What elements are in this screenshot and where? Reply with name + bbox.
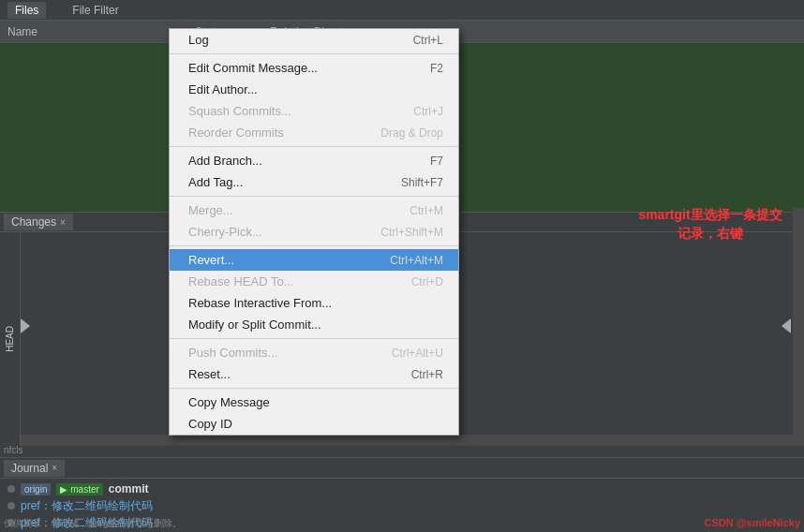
menu-item-push-commits-label: Push Commits... (188, 346, 277, 360)
menu-item-edit-commit-shortcut: F2 (430, 62, 443, 75)
menu-item-modify-split-label: Modify or Split Commit... (188, 318, 321, 332)
menu-item-cherry-pick-shortcut: Ctrl+Shift+M (380, 226, 443, 239)
menu-item-rebase-interactive-label: Rebase Interactive From... (188, 296, 332, 310)
menu-item-rebase-head[interactable]: Rebase HEAD To... Ctrl+D (170, 271, 458, 292)
menu-item-reorder[interactable]: Reorder Commits Drag & Drop (170, 122, 458, 143)
menu-item-edit-author-label: Edit Author... (188, 82, 258, 96)
menu-item-revert-label: Revert... (188, 253, 234, 267)
menu-item-cherry-pick-label: Cherry-Pick... (188, 225, 262, 239)
journal-entry-2[interactable]: pref：修改二维码绘制代码 (7, 497, 797, 514)
menu-item-revert-shortcut: Ctrl+Alt+M (390, 254, 443, 267)
watermark: 仅供展示，非存储，如有侵权请联系删除。 CSDN @smileNicky (0, 517, 804, 530)
head-section: HEAD (0, 232, 21, 446)
menu-item-modify-split[interactable]: Modify or Split Commit... (170, 314, 458, 335)
menu-item-merge[interactable]: Merge... Ctrl+M (170, 200, 458, 221)
menu-item-merge-shortcut: Ctrl+M (409, 204, 443, 217)
menu-item-cherry-pick[interactable]: Cherry-Pick... Ctrl+Shift+M (170, 221, 458, 243)
menu-item-log-label: Log (188, 33, 209, 47)
menu-item-add-tag[interactable]: Add Tag... Shift+F7 (170, 171, 458, 193)
file-filter-tab[interactable]: File Filter (65, 2, 126, 19)
menu-item-push-commits[interactable]: Push Commits... Ctrl+Alt+U (170, 342, 458, 363)
separator-6 (170, 388, 458, 389)
menu-item-squash[interactable]: Squash Commits... Ctrl+J (170, 100, 458, 122)
v-scrollbar[interactable] (793, 208, 804, 446)
separator-3 (170, 196, 458, 197)
changes-tab[interactable]: Changes × (4, 214, 73, 230)
menu-item-rebase-head-label: Rebase HEAD To... (188, 274, 293, 288)
watermark-right: CSDN @smileNicky (705, 517, 800, 530)
menu-item-log[interactable]: Log Ctrl+L (170, 29, 458, 51)
journal-tab-close[interactable]: × (52, 463, 57, 473)
menu-item-add-branch[interactable]: Add Branch... F7 (170, 150, 458, 171)
menu-item-copy-message-label: Copy Message (188, 395, 270, 409)
column-name: Name (7, 25, 195, 38)
menu-item-add-tag-shortcut: Shift+F7 (401, 176, 443, 189)
changes-tab-label: Changes (11, 215, 56, 229)
remote-tag-1: origin (21, 483, 51, 495)
journal-tab[interactable]: Journal × (4, 460, 65, 477)
menu-item-copy-id[interactable]: Copy ID (170, 413, 458, 435)
menu-item-reorder-shortcut: Drag & Drop (380, 126, 443, 140)
journal-entry-1[interactable]: origin ▶ master commit (7, 480, 797, 497)
journal-area: Journal × origin ▶ master commit pref：修改… (0, 457, 804, 532)
commit-msg-1: commit (109, 482, 149, 495)
menu-item-edit-author[interactable]: Edit Author... (170, 79, 458, 100)
changes-tab-close[interactable]: × (60, 217, 66, 228)
separator-5 (170, 338, 458, 339)
commit-dot-1 (7, 485, 15, 493)
menu-item-log-shortcut: Ctrl+L (413, 34, 443, 47)
menu-item-reset-label: Reset... (188, 367, 231, 381)
menu-item-reset[interactable]: Reset... Ctrl+R (170, 363, 458, 385)
context-menu: Log Ctrl+L Edit Commit Message... F2 Edi… (169, 28, 459, 436)
commit-dot-2 (7, 502, 15, 510)
menu-item-merge-label: Merge... (188, 203, 233, 217)
menu-item-copy-id-label: Copy ID (188, 417, 232, 431)
head-label: HEAD (5, 326, 15, 352)
scroll-left-arrow[interactable] (21, 318, 30, 333)
h-scrollbar[interactable] (21, 435, 793, 446)
annotation-text: smartgit里选择一条提交记录，右键 (635, 206, 785, 243)
menu-item-reorder-label: Reorder Commits (188, 126, 284, 140)
watermark-left: 仅供展示，非存储，如有侵权请联系删除。 (4, 517, 182, 530)
menu-item-revert[interactable]: Revert... Ctrl+Alt+M (170, 249, 458, 271)
separator-4 (170, 245, 458, 246)
separator-2 (170, 146, 458, 147)
menu-item-add-branch-shortcut: F7 (430, 155, 443, 168)
menu-item-squash-label: Squash Commits... (188, 104, 291, 118)
nfcls-label: nfcls (4, 445, 23, 455)
journal-tab-bar: Journal × (0, 458, 804, 479)
menu-item-add-tag-label: Add Tag... (188, 175, 243, 189)
menu-item-squash-shortcut: Ctrl+J (413, 105, 443, 118)
menu-item-add-branch-label: Add Branch... (188, 154, 262, 168)
commit-msg-2: pref：修改二维码绘制代码 (21, 498, 153, 514)
journal-tab-label: Journal (11, 462, 48, 475)
scroll-right-arrow[interactable] (782, 318, 791, 333)
files-header: Files File Filter (0, 0, 804, 21)
menu-item-rebase-head-shortcut: Ctrl+D (411, 275, 443, 288)
menu-item-push-commits-shortcut: Ctrl+Alt+U (392, 347, 443, 360)
menu-item-reset-shortcut: Ctrl+R (411, 368, 443, 381)
menu-item-rebase-interactive[interactable]: Rebase Interactive From... (170, 292, 458, 314)
menu-item-edit-commit[interactable]: Edit Commit Message... F2 (170, 57, 458, 79)
separator-1 (170, 53, 458, 54)
branch-tag-1: ▶ master (56, 483, 102, 495)
menu-item-edit-commit-label: Edit Commit Message... (188, 61, 318, 75)
menu-item-copy-message[interactable]: Copy Message (170, 392, 458, 413)
files-tab[interactable]: Files (7, 2, 46, 19)
app-container: Files File Filter Name State Relative Di… (0, 0, 804, 532)
